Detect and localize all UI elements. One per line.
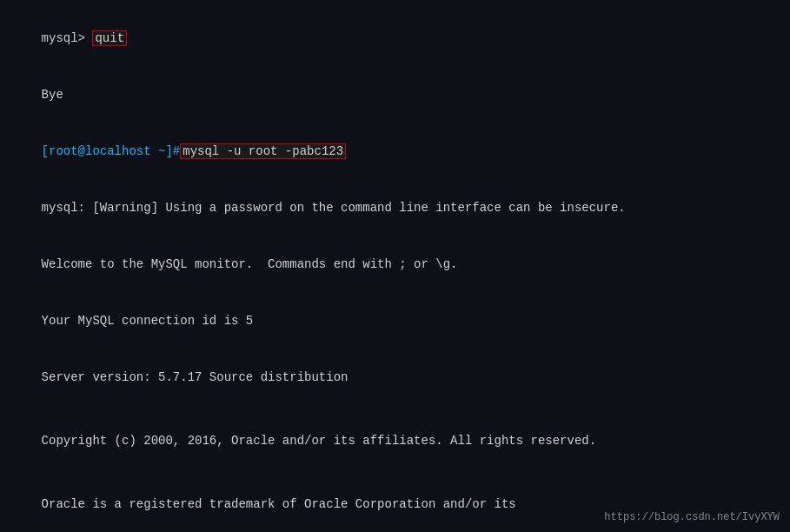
line-connection-id: Your MySQL connection id is 5 [12,293,778,349]
spacer-1 [12,406,778,413]
line-welcome: Welcome to the MySQL monitor. Commands e… [12,236,778,293]
terminal-window: mysql> quit Bye [root@localhost ~]#mysql… [0,0,790,532]
line-quit: mysql> quit [12,10,778,67]
cmd-mysql-login: mysql -u root -pabc123 [180,143,346,159]
line-copyright: Copyright (c) 2000, 2016, Oracle and/or … [12,413,778,469]
line-root-cmd: [root@localhost ~]#mysql -u root -pabc12… [12,123,778,180]
spacer-2 [12,470,778,477]
cmd-quit: quit [92,30,127,46]
line-server-version: Server version: 5.7.17 Source distributi… [12,349,778,406]
root-prompt: [root@localhost ~]# [42,144,181,158]
prompt-1: mysql> [42,31,93,45]
line-warning: mysql: [Warning] Using a password on the… [12,180,778,236]
footer-link: https://blog.csdn.net/IvyXYW [604,511,780,523]
line-oracle-1: Oracle is a registered trademark of Orac… [12,477,778,533]
line-bye: Bye [12,67,778,123]
